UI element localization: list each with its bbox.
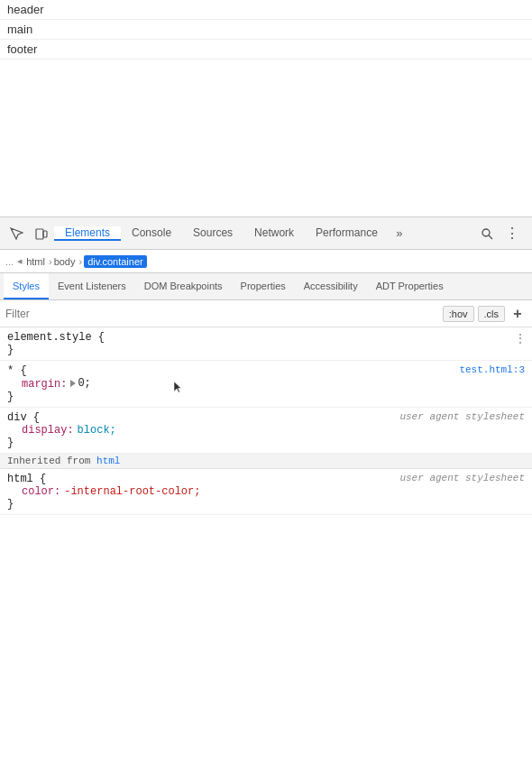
tab-network[interactable]: Network xyxy=(243,226,305,241)
more-options-icon[interactable]: ⋮ xyxy=(500,221,525,246)
cursor-indicator xyxy=(173,381,182,397)
hov-button[interactable]: :hov xyxy=(443,306,474,322)
subtab-adt-properties[interactable]: ADT Properties xyxy=(367,273,453,299)
subtab-accessibility[interactable]: Accessibility xyxy=(295,273,367,299)
svg-rect-1 xyxy=(43,231,47,237)
star-source-link[interactable]: test.html:3 xyxy=(459,364,525,375)
inspect-icon[interactable] xyxy=(4,221,29,246)
display-property: display: block; xyxy=(7,424,525,437)
subtab-styles[interactable]: Styles xyxy=(4,273,49,299)
inherited-from-separator: Inherited from html xyxy=(0,454,532,469)
html-user-agent-label: user agent stylesheet xyxy=(399,473,525,483)
div-rule-header: div { user agent stylesheet xyxy=(7,411,525,424)
filter-right: :hov .cls + xyxy=(443,305,527,323)
styles-panel: element.style { ⋮ } * { test.html:3 marg… xyxy=(0,327,532,764)
page-header-element: header xyxy=(0,0,532,20)
html-rule-closing: } xyxy=(7,498,525,511)
tab-sources[interactable]: Sources xyxy=(182,226,243,241)
display-prop-value: block; xyxy=(78,424,116,437)
element-style-header: element.style { ⋮ xyxy=(7,331,525,344)
devtools-panel: Elements Console Sources Network Perform… xyxy=(0,216,532,764)
color-prop-value: -internal-root-color; xyxy=(64,485,200,498)
add-style-button[interactable]: + xyxy=(509,305,527,323)
element-style-selector: element.style { xyxy=(7,331,105,344)
breadcrumb-html[interactable]: html xyxy=(26,256,45,267)
page-content: header main footer xyxy=(0,0,532,60)
filter-input[interactable] xyxy=(5,308,443,320)
svg-rect-0 xyxy=(36,229,43,239)
subtab-properties[interactable]: Properties xyxy=(232,273,295,299)
display-prop-name: display: xyxy=(22,424,74,437)
element-style-rule: element.style { ⋮ } xyxy=(0,327,532,361)
breadcrumb: ... ◂ html › body › div.container xyxy=(0,250,532,273)
div-selector: div { xyxy=(7,411,40,424)
devtools-toolbar: Elements Console Sources Network Perform… xyxy=(0,217,532,250)
margin-prop-value: 0; xyxy=(70,377,90,390)
tab-console[interactable]: Console xyxy=(121,226,182,241)
device-toggle-icon[interactable] xyxy=(29,221,54,246)
div-rule: div { user agent stylesheet display: blo… xyxy=(0,408,532,454)
margin-triangle[interactable] xyxy=(70,380,76,387)
devtools-tabs: Elements Console Sources Network Perform… xyxy=(54,226,471,241)
subtab-dom-breakpoints[interactable]: DOM Breakpoints xyxy=(135,273,232,299)
margin-prop-name: margin: xyxy=(22,378,67,391)
html-rule-header: html { user agent stylesheet xyxy=(7,473,525,485)
breadcrumb-div-container[interactable]: div.container xyxy=(84,255,147,268)
tabs-overflow-button[interactable]: » xyxy=(389,226,410,240)
cls-button[interactable]: .cls xyxy=(478,306,506,322)
svg-line-3 xyxy=(489,235,492,239)
margin-property: margin: 0; xyxy=(7,377,525,391)
star-rule-header: * { test.html:3 xyxy=(7,364,525,377)
html-selector: html { xyxy=(7,473,46,485)
color-prop-name: color: xyxy=(22,485,60,498)
tab-elements[interactable]: Elements xyxy=(54,226,121,241)
subtabs: Styles Event Listeners DOM Breakpoints P… xyxy=(0,273,532,300)
toolbar-right: ⋮ xyxy=(471,221,528,246)
breadcrumb-body[interactable]: body xyxy=(54,256,76,267)
div-user-agent-label: user agent stylesheet xyxy=(399,411,525,422)
breadcrumb-ellipsis[interactable]: ... xyxy=(5,256,14,267)
subtab-event-listeners[interactable]: Event Listeners xyxy=(49,273,135,299)
div-rule-closing: } xyxy=(7,437,525,449)
element-style-closing: } xyxy=(7,344,525,356)
svg-point-2 xyxy=(482,229,490,236)
margin-value: 0; xyxy=(78,377,90,390)
search-icon[interactable] xyxy=(474,221,500,246)
html-rule: html { user agent stylesheet color: -int… xyxy=(0,469,532,515)
filter-bar: :hov .cls + xyxy=(0,300,532,327)
rule-options-button[interactable]: ⋮ xyxy=(514,331,527,346)
page-main-element: main xyxy=(0,20,532,40)
star-rule: * { test.html:3 margin: 0; } xyxy=(0,361,532,408)
star-rule-closing: } xyxy=(7,391,525,403)
page-footer-element: footer xyxy=(0,40,532,60)
color-property: color: -internal-root-color; xyxy=(7,485,525,498)
tab-performance[interactable]: Performance xyxy=(305,226,389,241)
star-selector: * { xyxy=(7,364,27,377)
inherited-html-link[interactable]: html xyxy=(96,456,120,466)
